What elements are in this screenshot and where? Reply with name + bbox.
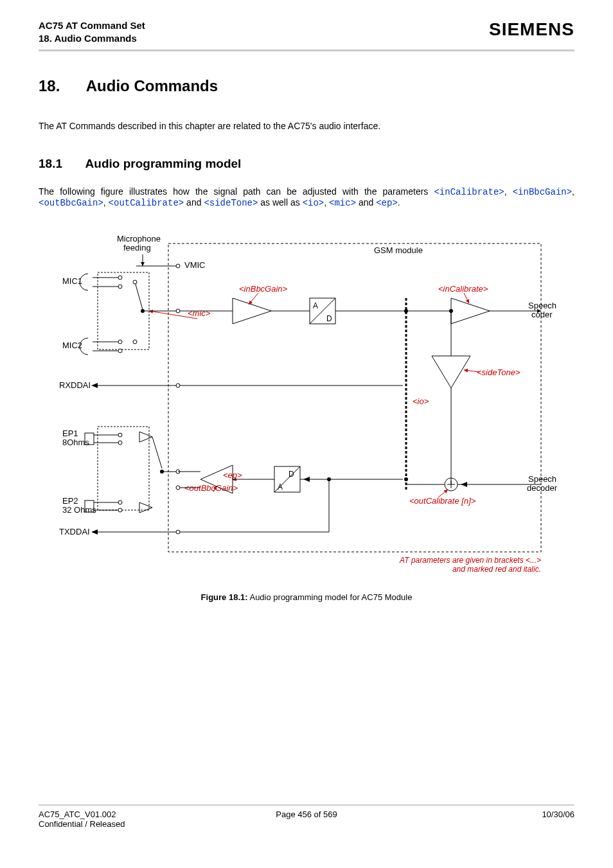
svg-point-7 <box>118 276 122 279</box>
svg-marker-51 <box>139 432 152 442</box>
svg-point-44 <box>118 433 122 437</box>
svg-point-69 <box>404 477 408 481</box>
page-header: AC75 AT Command Set 18. Audio Commands S… <box>39 19 574 51</box>
label-param-inCalibrate: <inCalibrate> <box>438 284 488 294</box>
svg-line-53 <box>152 437 162 468</box>
svg-marker-75 <box>461 482 467 487</box>
svg-marker-80 <box>91 529 98 535</box>
label-speech-decoder2: decoder <box>527 483 558 493</box>
doc-section: 18. Audio Commands <box>39 32 145 45</box>
figure-caption: Figure 18.1: Audio programming model for… <box>39 592 574 602</box>
svg-point-34 <box>449 309 453 313</box>
svg-point-12 <box>118 349 122 353</box>
param-inBbcGain[interactable]: <inBbcGain> <box>513 187 572 197</box>
header-left: AC75 AT Command Set 18. Audio Commands <box>39 19 145 44</box>
svg-point-16 <box>133 340 137 344</box>
footer-confidential: Confidential / Released <box>39 819 167 829</box>
label-speech-coder: Speech <box>528 301 556 310</box>
doc-title: AC75 AT Command Set <box>39 19 145 32</box>
label-param-outCalibrate: <outCalibrate [n]> <box>409 496 476 506</box>
label-gsm: GSM module <box>374 245 423 255</box>
svg-point-15 <box>133 280 137 284</box>
figure-diagram: GSM module Microphone feeding VMIC MIC1 … <box>39 234 574 602</box>
chapter-title: Audio Commands <box>86 77 218 94</box>
desc-lead: The following figure illustrates how the… <box>39 186 434 197</box>
section-number: 18.1 <box>39 157 82 171</box>
param-ep[interactable]: <ep> <box>376 198 398 208</box>
label-rxddai: RXDDAI <box>59 380 91 390</box>
svg-point-3 <box>176 264 180 268</box>
label-ad-A: A <box>313 301 318 310</box>
svg-line-30 <box>464 293 469 303</box>
param-inCalibrate[interactable]: <inCalibrate> <box>434 187 504 197</box>
label-ad-D: D <box>326 314 332 323</box>
svg-point-38 <box>176 384 180 387</box>
section-heading: 18.1 Audio programming model <box>39 157 574 171</box>
label-ep1b: 8Ohms <box>62 438 89 447</box>
svg-point-59 <box>176 486 180 490</box>
chapter-number: 18. <box>39 77 82 95</box>
svg-line-13 <box>135 282 143 310</box>
svg-marker-39 <box>91 383 98 388</box>
diagram-note2: and marked red and italic. <box>452 565 541 574</box>
label-param-mic: <mic> <box>188 308 211 318</box>
label-mic2: MIC2 <box>62 341 82 350</box>
svg-point-8 <box>118 285 122 288</box>
label-vmic: VMIC <box>184 260 206 270</box>
svg-point-79 <box>176 530 180 534</box>
label-ep2: EP2 <box>62 496 78 506</box>
svg-marker-68 <box>303 477 310 482</box>
label-speech-decoder: Speech <box>528 474 556 484</box>
label-param-inBbcGain: <inBbcGain> <box>239 284 288 294</box>
figure-caption-text: Audio programming model for AC75 Module <box>248 592 413 602</box>
svg-point-45 <box>118 441 122 445</box>
svg-marker-52 <box>139 502 152 513</box>
footer-version: AC75_ATC_V01.002 <box>39 810 167 819</box>
footer-date: 10/30/06 <box>446 810 574 829</box>
label-da-A: A <box>278 483 283 492</box>
footer-left: AC75_ATC_V01.002 Confidential / Released <box>39 810 167 829</box>
param-mic[interactable]: <mic> <box>329 198 356 208</box>
label-mic1: MIC1 <box>62 276 82 286</box>
svg-line-21 <box>249 293 258 305</box>
label-da-D: D <box>289 470 294 479</box>
svg-point-49 <box>118 500 122 504</box>
svg-marker-20 <box>233 298 271 324</box>
chapter-heading: 18. Audio Commands <box>39 77 574 95</box>
section-description: The following figure illustrates how the… <box>39 186 574 208</box>
svg-point-19 <box>176 309 180 313</box>
page-footer: AC75_ATC_V01.002 Confidential / Released… <box>39 804 574 829</box>
svg-marker-32 <box>432 356 470 388</box>
label-param-io: <io> <box>413 396 429 406</box>
param-io[interactable]: <io> <box>303 198 324 208</box>
label-ep2b: 32 Ohms <box>62 505 96 515</box>
svg-point-50 <box>118 508 122 512</box>
section-title: Audio programming model <box>85 157 242 170</box>
footer-page: Page 456 of 569 <box>276 810 337 829</box>
label-mic-feed: Microphone <box>117 234 161 244</box>
svg-marker-29 <box>451 298 490 324</box>
param-sideTone[interactable]: <sideTone> <box>204 198 258 208</box>
label-txddai: TXDDAI <box>59 527 90 536</box>
svg-rect-40 <box>98 427 149 510</box>
diagram-note1: AT parameters are given in brackets <...… <box>399 556 541 565</box>
param-outBbcGain[interactable]: <outBbcGain> <box>39 198 103 208</box>
chapter-intro: The AT Commands described in this chapte… <box>39 121 574 131</box>
param-outCalibrate[interactable]: <outCalibrate> <box>109 198 184 208</box>
label-ep1: EP1 <box>62 429 78 438</box>
figure-caption-bold: Figure 18.1: <box>201 592 248 602</box>
svg-point-11 <box>118 340 122 344</box>
label-mic-feed2: feeding <box>123 243 151 252</box>
label-param-sideTone: <sideTone> <box>477 368 520 377</box>
brand-logo: SIEMENS <box>489 19 574 40</box>
label-speech-coder2: coder <box>531 310 553 319</box>
